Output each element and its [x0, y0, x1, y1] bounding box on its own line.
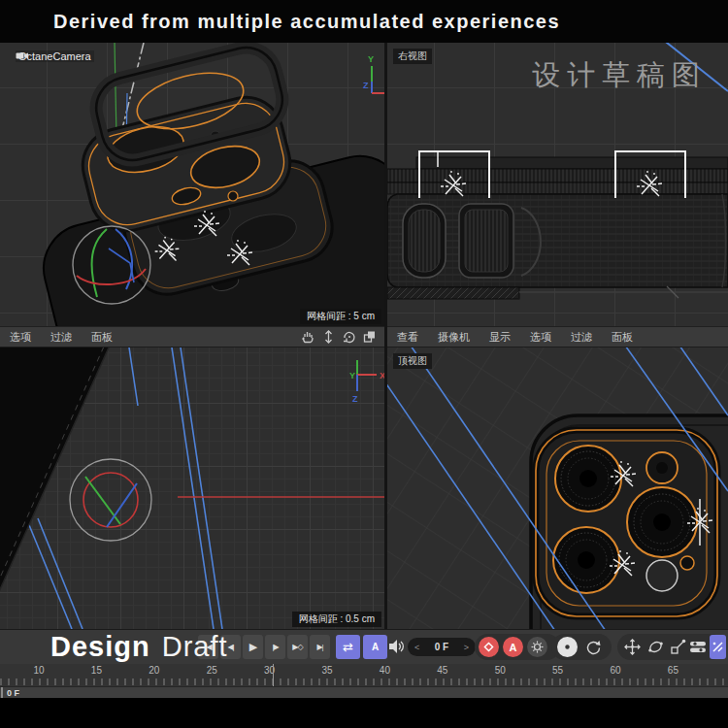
- header-title: Derived from multiple accumulated experi…: [0, 11, 560, 33]
- axis-y-label: Y: [368, 54, 374, 64]
- ruler-tick-label: 45: [437, 665, 447, 676]
- lidar-circle: [646, 560, 678, 591]
- menu-panel[interactable]: 面板: [602, 330, 643, 345]
- flash-center: [656, 462, 668, 474]
- ruler-tick-marks: [0, 678, 728, 685]
- move-tool-icon[interactable]: [624, 639, 641, 655]
- menu-display[interactable]: 显示: [480, 330, 520, 345]
- menu-filter[interactable]: 过滤: [41, 330, 82, 345]
- phone-screen-front[interactable]: [0, 347, 124, 629]
- sound-icon[interactable]: [388, 639, 406, 654]
- next-key-button[interactable]: ▶◇: [287, 635, 308, 659]
- menu-view[interactable]: 查看: [387, 330, 428, 345]
- axis-z-label: Z: [352, 394, 358, 404]
- ruler-tick-label: 20: [149, 665, 159, 676]
- octane-camera-label[interactable]: OctaneCamera: [16, 50, 94, 62]
- viewport-menubar-left: 选项 过滤 面板: [0, 326, 384, 347]
- bottom-black-bar: [0, 698, 728, 728]
- autokey-button[interactable]: A: [503, 637, 523, 657]
- ruler-tick-label: 55: [552, 665, 563, 676]
- current-frame-label: 0 F: [7, 688, 19, 698]
- coordinate-sliders-icon[interactable]: [689, 639, 708, 655]
- rotation-gizmo[interactable]: [70, 459, 151, 541]
- menu-camera[interactable]: 摄像机: [428, 330, 480, 345]
- viewport-menubar-right: 查看 摄像机 显示 选项 过滤 面板: [387, 326, 728, 347]
- grid-spacing-badge: 网格间距 : 0.5 cm: [292, 612, 381, 627]
- ruler-tick-label: 25: [207, 665, 217, 676]
- menu-filter[interactable]: 过滤: [561, 330, 602, 345]
- go-to-end-button[interactable]: ▶|: [310, 635, 330, 659]
- mic-hole-circle: [680, 556, 694, 570]
- camera-lens-top-left: [555, 446, 621, 512]
- view-label: 右视图: [393, 49, 432, 64]
- axis-lock-button[interactable]: [710, 635, 726, 659]
- autokey-range-button[interactable]: A: [363, 635, 387, 659]
- maximize-viewport-icon[interactable]: [362, 329, 377, 345]
- axis-gizmo: Y X Z: [349, 360, 384, 404]
- ruler-tick-label: 50: [495, 665, 506, 676]
- menu-options[interactable]: 选项: [0, 330, 41, 345]
- rotate-tool-icon[interactable]: [647, 639, 664, 655]
- design-draft-bold: Design: [50, 631, 150, 662]
- ruler-tick-label: 65: [668, 665, 678, 676]
- frame-increment[interactable]: >: [464, 643, 469, 652]
- ruler-tick-label: 10: [33, 665, 44, 676]
- ruler-tick-label: 35: [321, 665, 332, 676]
- viewport-front-view[interactable]: Y X Z 网格间距 : 0.5 cm: [0, 347, 384, 629]
- render-view-button[interactable]: [557, 637, 578, 657]
- camera-lens-right: [627, 487, 697, 557]
- header-bar: Derived from multiple accumulated experi…: [0, 0, 728, 43]
- zoom-arrows-icon[interactable]: [321, 329, 336, 345]
- ruler-tick-label: 40: [380, 665, 390, 676]
- viewport-top-view[interactable]: 顶视图: [387, 347, 728, 629]
- menu-options[interactable]: 选项: [520, 330, 561, 345]
- loop-playback-button[interactable]: ⇄: [336, 635, 360, 659]
- menu-panel[interactable]: 面板: [82, 330, 122, 345]
- range-marker[interactable]: [273, 664, 274, 686]
- current-frame-field[interactable]: < 0 F >: [408, 638, 476, 656]
- axis-z-label: Z: [363, 81, 369, 90]
- ruler-tick-label: 15: [91, 665, 102, 676]
- scale-tool-icon[interactable]: [670, 639, 686, 655]
- current-frame-strip[interactable]: 0 F: [0, 686, 728, 698]
- record-keyframe-button[interactable]: [479, 637, 499, 657]
- case-side-view[interactable]: [387, 157, 728, 299]
- keying-settings-gear-button[interactable]: [527, 637, 547, 657]
- timeline-ruler[interactable]: 101520253035404550556065: [0, 664, 728, 686]
- rotate-view-icon[interactable]: [342, 329, 356, 345]
- viewport-right-view[interactable]: 右视图 设计草稿图: [387, 43, 728, 326]
- frame-value: 0 F: [435, 642, 448, 652]
- ruler-tick-label: 60: [610, 665, 620, 676]
- camera-lens-bottom-left: [553, 527, 619, 593]
- render-picture-viewer-button[interactable]: [582, 637, 603, 657]
- front-view-scene: Y X Z: [0, 347, 384, 629]
- viewport-divider[interactable]: [384, 43, 387, 629]
- view-label: 顶视图: [393, 353, 432, 369]
- axis-gizmo: Y Z X: [363, 54, 384, 99]
- grid-spacing-badge: 网格间距 : 5 cm: [300, 309, 381, 324]
- app-window: Derived from multiple accumulated experi…: [0, 0, 728, 728]
- design-draft-light: Draft: [162, 631, 228, 662]
- camera-icon: [16, 50, 29, 60]
- axis-y-label: Y: [349, 371, 355, 381]
- design-draft-caption: DesignDraft: [50, 631, 228, 663]
- play-button[interactable]: ▶: [243, 635, 263, 659]
- viewport-perspective[interactable]: OctaneCamera: [0, 43, 384, 326]
- perspective-scene: Y Z X: [0, 43, 384, 326]
- top-view-scene: [387, 347, 728, 629]
- pan-hand-icon[interactable]: [301, 329, 315, 345]
- next-frame-button[interactable]: |▶: [265, 635, 285, 659]
- watermark-text: 设计草稿图: [532, 56, 707, 95]
- octane-camera-label-text: OctaneCamera: [18, 50, 91, 62]
- frame-decrement[interactable]: <: [414, 643, 419, 652]
